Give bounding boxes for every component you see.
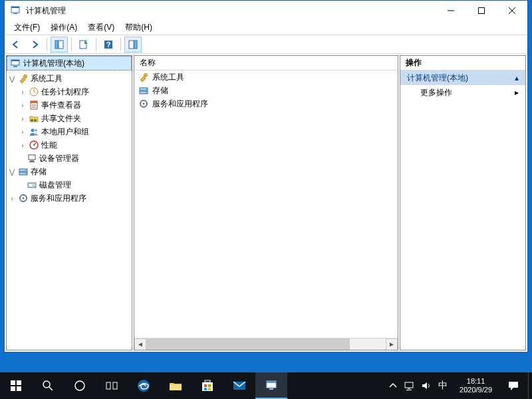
expand-icon[interactable]: › xyxy=(19,142,27,149)
tree-label: 性能 xyxy=(41,140,57,151)
svg-rect-64 xyxy=(208,388,211,390)
tree-item-shared-folders[interactable]: › 共享文件夹 xyxy=(7,112,132,125)
show-hide-action-button[interactable] xyxy=(124,37,142,53)
svg-rect-68 xyxy=(269,388,273,390)
help-button[interactable]: ? xyxy=(100,37,117,53)
expand-icon[interactable]: › xyxy=(8,195,16,202)
tree-item-task-scheduler[interactable]: › 任务计划程序 xyxy=(7,85,132,98)
list-body[interactable]: 系统工具 存储 服务和应用程序 xyxy=(134,70,398,338)
minimize-button[interactable] xyxy=(436,1,466,21)
tree-pane: 计算机管理(本地) ⋁ 系统工具 › 任务计划程序 › 事件查看器 xyxy=(6,55,132,350)
ime-indicator[interactable]: 中 xyxy=(438,380,448,392)
taskbar-clock[interactable]: 18:11 2020/9/29 xyxy=(453,377,499,394)
scroll-right-button[interactable]: ► xyxy=(386,338,398,350)
expand-icon[interactable]: › xyxy=(19,102,27,109)
menu-help[interactable]: 帮助(H) xyxy=(121,21,156,35)
column-header-name[interactable]: 名称 xyxy=(140,57,156,68)
computer-icon xyxy=(10,58,21,68)
scroll-thumb[interactable] xyxy=(146,338,350,350)
list-item[interactable]: 存储 xyxy=(134,84,398,97)
tree-item-system-tools[interactable]: ⋁ 系统工具 xyxy=(7,72,132,85)
shared-folder-icon xyxy=(29,113,39,124)
svg-rect-50 xyxy=(11,386,15,391)
taskbar-app-compmgmt[interactable] xyxy=(255,372,287,399)
nav-forward-button[interactable] xyxy=(26,37,43,53)
search-button[interactable] xyxy=(32,372,64,399)
tree-root-label: 计算机管理(本地) xyxy=(23,58,84,69)
tree-label: 共享文件夹 xyxy=(41,113,81,124)
taskbar-app-edge[interactable] xyxy=(128,372,160,399)
expand-icon[interactable]: ⋁ xyxy=(8,75,16,82)
tree-label: 设备管理器 xyxy=(39,153,79,164)
tree-label: 任务计划程序 xyxy=(41,86,89,98)
menu-action[interactable]: 操作(A) xyxy=(47,21,81,35)
actions-header: 操作 xyxy=(400,56,525,70)
maximize-button[interactable] xyxy=(466,1,497,21)
toolbar-separator xyxy=(47,38,47,51)
tree-label: 服务和应用程序 xyxy=(31,193,86,204)
svg-rect-59 xyxy=(202,382,213,391)
taskbar-app-store[interactable] xyxy=(192,372,223,399)
start-button[interactable] xyxy=(0,372,32,399)
volume-icon[interactable] xyxy=(421,380,432,391)
task-view-button[interactable] xyxy=(96,372,128,399)
device-icon xyxy=(27,153,37,164)
clock-date: 2020/9/29 xyxy=(460,386,492,394)
cortana-button[interactable] xyxy=(64,372,96,399)
expand-icon[interactable]: › xyxy=(19,115,27,122)
menu-file[interactable]: 文件(F) xyxy=(10,21,44,35)
list-item[interactable]: 系统工具 xyxy=(134,70,398,84)
tree-root[interactable]: 计算机管理(本地) xyxy=(7,56,132,70)
tree-item-local-users[interactable]: › 本地用户和组 xyxy=(7,125,132,138)
show-desktop-button[interactable] xyxy=(528,372,532,399)
show-hide-tree-button[interactable] xyxy=(51,37,68,53)
scroll-track[interactable] xyxy=(146,338,386,350)
expand-icon[interactable]: ⋁ xyxy=(8,168,16,176)
tray-overflow-icon[interactable] xyxy=(389,382,397,390)
svg-rect-48 xyxy=(11,380,15,385)
collapse-up-icon[interactable]: ▴ xyxy=(515,73,519,82)
actions-more-label: 更多操作 xyxy=(420,87,452,98)
tree-item-event-viewer[interactable]: › 事件查看器 xyxy=(7,98,132,112)
clock-icon xyxy=(29,86,39,97)
users-icon xyxy=(29,126,39,137)
tree-item-disk-management[interactable]: 磁盘管理 xyxy=(7,178,132,192)
actions-more[interactable]: 更多操作 ▸ xyxy=(400,85,525,100)
taskbar-app-explorer[interactable] xyxy=(160,372,192,399)
svg-point-54 xyxy=(75,381,84,390)
tree-item-device-manager[interactable]: 设备管理器 xyxy=(7,152,132,165)
actions-context-title[interactable]: 计算机管理(本地) ▴ xyxy=(400,70,525,85)
chevron-right-icon: ▸ xyxy=(515,88,519,97)
tree-item-services-apps[interactable]: › 服务和应用程序 xyxy=(7,192,132,205)
list-item[interactable]: 服务和应用程序 xyxy=(134,97,398,110)
network-icon[interactable] xyxy=(404,380,414,391)
horizontal-scrollbar[interactable]: ◄ ► xyxy=(134,338,398,350)
tree-label: 本地用户和组 xyxy=(41,126,89,138)
close-button[interactable] xyxy=(497,1,527,21)
tree-item-performance[interactable]: › 性能 xyxy=(7,138,132,152)
tree[interactable]: ⋁ 系统工具 › 任务计划程序 › 事件查看器 › 共享文件夹 xyxy=(7,70,132,350)
svg-rect-49 xyxy=(17,380,21,385)
svg-point-23 xyxy=(31,119,33,122)
scroll-left-button[interactable]: ◄ xyxy=(134,338,146,350)
tree-item-storage[interactable]: ⋁ 存储 xyxy=(7,165,132,178)
svg-point-24 xyxy=(34,119,37,122)
taskbar-app-mail[interactable] xyxy=(223,372,255,399)
event-icon xyxy=(29,100,39,110)
list-header[interactable]: 名称 xyxy=(134,56,398,70)
menu-view[interactable]: 查看(V) xyxy=(84,21,118,35)
svg-point-38 xyxy=(34,186,35,188)
list-item-label: 系统工具 xyxy=(152,72,184,83)
titlebar[interactable]: 计算机管理 xyxy=(5,1,527,21)
svg-point-44 xyxy=(146,88,147,90)
nav-back-button[interactable] xyxy=(7,37,25,53)
performance-icon xyxy=(29,140,39,150)
expand-icon[interactable]: › xyxy=(19,128,27,136)
system-tray[interactable]: 中 xyxy=(384,380,453,392)
svg-rect-15 xyxy=(11,60,19,61)
taskbar[interactable]: 中 18:11 2020/9/29 xyxy=(0,372,532,399)
action-center-button[interactable] xyxy=(499,372,528,399)
svg-rect-2 xyxy=(13,13,17,14)
properties-button[interactable] xyxy=(75,37,92,53)
expand-icon[interactable]: › xyxy=(19,88,27,96)
